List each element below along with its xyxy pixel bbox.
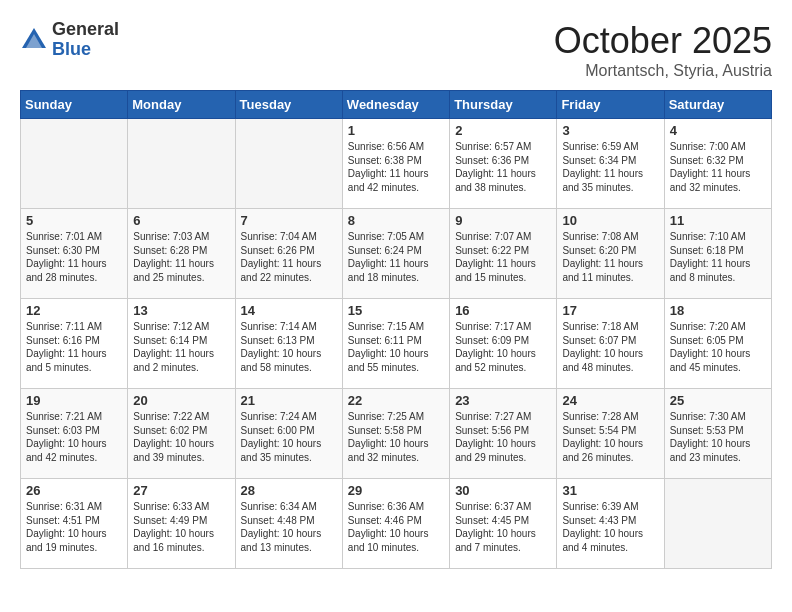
day-number: 28	[241, 483, 337, 498]
day-number: 15	[348, 303, 444, 318]
day-info: Sunrise: 6:57 AM Sunset: 6:36 PM Dayligh…	[455, 140, 551, 194]
day-number: 16	[455, 303, 551, 318]
day-number: 23	[455, 393, 551, 408]
day-info: Sunrise: 6:37 AM Sunset: 4:45 PM Dayligh…	[455, 500, 551, 554]
day-info: Sunrise: 7:01 AM Sunset: 6:30 PM Dayligh…	[26, 230, 122, 284]
day-number: 26	[26, 483, 122, 498]
day-info: Sunrise: 6:56 AM Sunset: 6:38 PM Dayligh…	[348, 140, 444, 194]
calendar-cell: 8Sunrise: 7:05 AM Sunset: 6:24 PM Daylig…	[342, 209, 449, 299]
calendar-cell: 15Sunrise: 7:15 AM Sunset: 6:11 PM Dayli…	[342, 299, 449, 389]
logo: General Blue	[20, 20, 119, 60]
month-title: October 2025	[554, 20, 772, 62]
day-info: Sunrise: 7:00 AM Sunset: 6:32 PM Dayligh…	[670, 140, 766, 194]
calendar-cell: 9Sunrise: 7:07 AM Sunset: 6:22 PM Daylig…	[450, 209, 557, 299]
day-number: 22	[348, 393, 444, 408]
day-number: 14	[241, 303, 337, 318]
week-row-3: 12Sunrise: 7:11 AM Sunset: 6:16 PM Dayli…	[21, 299, 772, 389]
day-info: Sunrise: 7:21 AM Sunset: 6:03 PM Dayligh…	[26, 410, 122, 464]
calendar-cell: 22Sunrise: 7:25 AM Sunset: 5:58 PM Dayli…	[342, 389, 449, 479]
day-number: 25	[670, 393, 766, 408]
day-info: Sunrise: 7:20 AM Sunset: 6:05 PM Dayligh…	[670, 320, 766, 374]
weekday-header-thursday: Thursday	[450, 91, 557, 119]
weekday-header-row: SundayMondayTuesdayWednesdayThursdayFrid…	[21, 91, 772, 119]
day-number: 31	[562, 483, 658, 498]
day-info: Sunrise: 7:03 AM Sunset: 6:28 PM Dayligh…	[133, 230, 229, 284]
logo-text: General Blue	[52, 20, 119, 60]
calendar-cell: 28Sunrise: 6:34 AM Sunset: 4:48 PM Dayli…	[235, 479, 342, 569]
day-info: Sunrise: 6:39 AM Sunset: 4:43 PM Dayligh…	[562, 500, 658, 554]
logo-icon	[20, 26, 48, 54]
calendar-cell: 14Sunrise: 7:14 AM Sunset: 6:13 PM Dayli…	[235, 299, 342, 389]
day-number: 8	[348, 213, 444, 228]
day-info: Sunrise: 6:31 AM Sunset: 4:51 PM Dayligh…	[26, 500, 122, 554]
day-number: 5	[26, 213, 122, 228]
calendar-cell	[128, 119, 235, 209]
page-header: General Blue October 2025 Mortantsch, St…	[20, 20, 772, 80]
calendar-cell: 31Sunrise: 6:39 AM Sunset: 4:43 PM Dayli…	[557, 479, 664, 569]
calendar-cell: 21Sunrise: 7:24 AM Sunset: 6:00 PM Dayli…	[235, 389, 342, 479]
day-number: 7	[241, 213, 337, 228]
calendar-cell: 24Sunrise: 7:28 AM Sunset: 5:54 PM Dayli…	[557, 389, 664, 479]
day-number: 6	[133, 213, 229, 228]
day-info: Sunrise: 7:25 AM Sunset: 5:58 PM Dayligh…	[348, 410, 444, 464]
day-info: Sunrise: 6:33 AM Sunset: 4:49 PM Dayligh…	[133, 500, 229, 554]
day-number: 11	[670, 213, 766, 228]
day-number: 20	[133, 393, 229, 408]
weekday-header-tuesday: Tuesday	[235, 91, 342, 119]
week-row-2: 5Sunrise: 7:01 AM Sunset: 6:30 PM Daylig…	[21, 209, 772, 299]
day-info: Sunrise: 7:05 AM Sunset: 6:24 PM Dayligh…	[348, 230, 444, 284]
calendar-cell: 6Sunrise: 7:03 AM Sunset: 6:28 PM Daylig…	[128, 209, 235, 299]
day-info: Sunrise: 7:18 AM Sunset: 6:07 PM Dayligh…	[562, 320, 658, 374]
day-number: 17	[562, 303, 658, 318]
day-info: Sunrise: 7:08 AM Sunset: 6:20 PM Dayligh…	[562, 230, 658, 284]
calendar: SundayMondayTuesdayWednesdayThursdayFrid…	[20, 90, 772, 569]
calendar-cell: 2Sunrise: 6:57 AM Sunset: 6:36 PM Daylig…	[450, 119, 557, 209]
calendar-cell: 29Sunrise: 6:36 AM Sunset: 4:46 PM Dayli…	[342, 479, 449, 569]
title-block: October 2025 Mortantsch, Styria, Austria	[554, 20, 772, 80]
day-number: 9	[455, 213, 551, 228]
week-row-5: 26Sunrise: 6:31 AM Sunset: 4:51 PM Dayli…	[21, 479, 772, 569]
day-number: 10	[562, 213, 658, 228]
day-number: 12	[26, 303, 122, 318]
day-info: Sunrise: 7:15 AM Sunset: 6:11 PM Dayligh…	[348, 320, 444, 374]
day-number: 19	[26, 393, 122, 408]
calendar-cell: 11Sunrise: 7:10 AM Sunset: 6:18 PM Dayli…	[664, 209, 771, 299]
day-number: 24	[562, 393, 658, 408]
week-row-4: 19Sunrise: 7:21 AM Sunset: 6:03 PM Dayli…	[21, 389, 772, 479]
day-number: 2	[455, 123, 551, 138]
weekday-header-monday: Monday	[128, 91, 235, 119]
week-row-1: 1Sunrise: 6:56 AM Sunset: 6:38 PM Daylig…	[21, 119, 772, 209]
logo-blue: Blue	[52, 39, 91, 59]
calendar-cell: 7Sunrise: 7:04 AM Sunset: 6:26 PM Daylig…	[235, 209, 342, 299]
calendar-cell: 13Sunrise: 7:12 AM Sunset: 6:14 PM Dayli…	[128, 299, 235, 389]
location: Mortantsch, Styria, Austria	[554, 62, 772, 80]
calendar-cell: 5Sunrise: 7:01 AM Sunset: 6:30 PM Daylig…	[21, 209, 128, 299]
day-number: 27	[133, 483, 229, 498]
calendar-cell: 27Sunrise: 6:33 AM Sunset: 4:49 PM Dayli…	[128, 479, 235, 569]
day-info: Sunrise: 7:12 AM Sunset: 6:14 PM Dayligh…	[133, 320, 229, 374]
day-info: Sunrise: 7:10 AM Sunset: 6:18 PM Dayligh…	[670, 230, 766, 284]
day-info: Sunrise: 7:07 AM Sunset: 6:22 PM Dayligh…	[455, 230, 551, 284]
calendar-cell: 20Sunrise: 7:22 AM Sunset: 6:02 PM Dayli…	[128, 389, 235, 479]
weekday-header-saturday: Saturday	[664, 91, 771, 119]
day-info: Sunrise: 7:04 AM Sunset: 6:26 PM Dayligh…	[241, 230, 337, 284]
calendar-cell: 26Sunrise: 6:31 AM Sunset: 4:51 PM Dayli…	[21, 479, 128, 569]
calendar-cell: 1Sunrise: 6:56 AM Sunset: 6:38 PM Daylig…	[342, 119, 449, 209]
calendar-cell: 12Sunrise: 7:11 AM Sunset: 6:16 PM Dayli…	[21, 299, 128, 389]
calendar-cell: 3Sunrise: 6:59 AM Sunset: 6:34 PM Daylig…	[557, 119, 664, 209]
day-number: 4	[670, 123, 766, 138]
day-info: Sunrise: 7:27 AM Sunset: 5:56 PM Dayligh…	[455, 410, 551, 464]
calendar-cell	[664, 479, 771, 569]
calendar-cell: 18Sunrise: 7:20 AM Sunset: 6:05 PM Dayli…	[664, 299, 771, 389]
day-info: Sunrise: 7:30 AM Sunset: 5:53 PM Dayligh…	[670, 410, 766, 464]
day-info: Sunrise: 7:24 AM Sunset: 6:00 PM Dayligh…	[241, 410, 337, 464]
weekday-header-wednesday: Wednesday	[342, 91, 449, 119]
calendar-cell: 16Sunrise: 7:17 AM Sunset: 6:09 PM Dayli…	[450, 299, 557, 389]
logo-general: General	[52, 19, 119, 39]
calendar-cell: 25Sunrise: 7:30 AM Sunset: 5:53 PM Dayli…	[664, 389, 771, 479]
calendar-cell: 19Sunrise: 7:21 AM Sunset: 6:03 PM Dayli…	[21, 389, 128, 479]
calendar-cell	[235, 119, 342, 209]
day-number: 18	[670, 303, 766, 318]
day-info: Sunrise: 6:34 AM Sunset: 4:48 PM Dayligh…	[241, 500, 337, 554]
calendar-cell: 23Sunrise: 7:27 AM Sunset: 5:56 PM Dayli…	[450, 389, 557, 479]
